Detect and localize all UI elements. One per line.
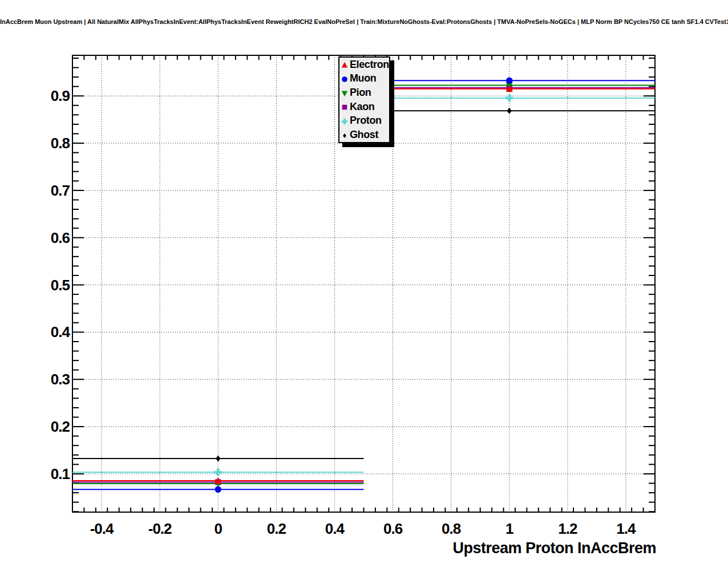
axis-labels: -0.4-0.200.20.40.60.811.21.40.10.20.30.4… xyxy=(51,87,636,537)
y-tick-label: 0.4 xyxy=(51,323,71,340)
glyph xyxy=(342,105,347,110)
x-tick-label: 0.6 xyxy=(383,520,403,537)
x-tick-label: 1.4 xyxy=(616,520,636,537)
x-axis-title: Upstream Proton InAccBrem xyxy=(0,539,656,557)
y-tick-label: 0.1 xyxy=(51,465,70,482)
x-tick-label: 0.4 xyxy=(325,520,345,537)
y-tick-label: 0.5 xyxy=(51,277,70,294)
glyph xyxy=(342,119,347,124)
marker-muon xyxy=(506,78,512,84)
marker-muon xyxy=(215,486,221,493)
ghost-marker-icon xyxy=(340,129,350,141)
legend-item-kaon: Kaon xyxy=(339,100,389,113)
kaon-marker-icon xyxy=(340,101,350,112)
marker-proton xyxy=(215,468,222,476)
legend-label: Ghost xyxy=(350,129,378,141)
muon-marker-icon xyxy=(340,73,350,84)
y-tick-label: 0.9 xyxy=(51,87,70,104)
legend-item-muon: Muon xyxy=(339,72,389,86)
y-tick-label: 0.6 xyxy=(51,229,70,246)
y-tick-label: 0.7 xyxy=(51,182,70,199)
legend-label: Proton xyxy=(350,115,382,127)
proton-marker-icon xyxy=(340,115,350,127)
root-canvas: { "title": "InAccBrem Muon Upstream | Al… xyxy=(0,0,728,568)
x-tick-label: -0.2 xyxy=(148,520,172,537)
electron-marker-icon xyxy=(340,59,350,70)
legend: ElectronMuonPionKaonProtonGhost xyxy=(338,56,390,143)
marker-ghost xyxy=(216,455,220,461)
x-tick-label: -0.4 xyxy=(90,520,114,537)
y-tick-label: 0.2 xyxy=(51,418,70,435)
series-electron xyxy=(72,86,655,484)
x-tick-label: 1 xyxy=(505,520,513,537)
legend-label: Muon xyxy=(350,72,376,84)
marker-ghost xyxy=(507,108,512,114)
glyph xyxy=(343,133,346,138)
x-tick-label: 1.2 xyxy=(558,520,577,537)
legend-label: Pion xyxy=(350,87,371,99)
x-tick-label: 0.2 xyxy=(267,520,286,537)
x-tick-label: 0 xyxy=(215,520,223,537)
legend-item-electron: Electron xyxy=(339,58,389,71)
glyph xyxy=(342,91,347,96)
legend-item-pion: Pion xyxy=(339,86,389,100)
legend-label: Electron xyxy=(350,59,389,71)
marker-proton xyxy=(505,94,513,102)
x-tick-label: 0.8 xyxy=(442,520,461,537)
glyph xyxy=(342,76,347,82)
legend-label: Kaon xyxy=(350,101,374,113)
y-tick-label: 0.8 xyxy=(51,135,70,152)
pion-marker-icon xyxy=(340,87,350,99)
y-tick-label: 0.3 xyxy=(51,371,70,388)
legend-item-ghost: Ghost xyxy=(339,128,389,142)
glyph xyxy=(342,62,347,68)
legend-item-proton: Proton xyxy=(339,114,389,128)
